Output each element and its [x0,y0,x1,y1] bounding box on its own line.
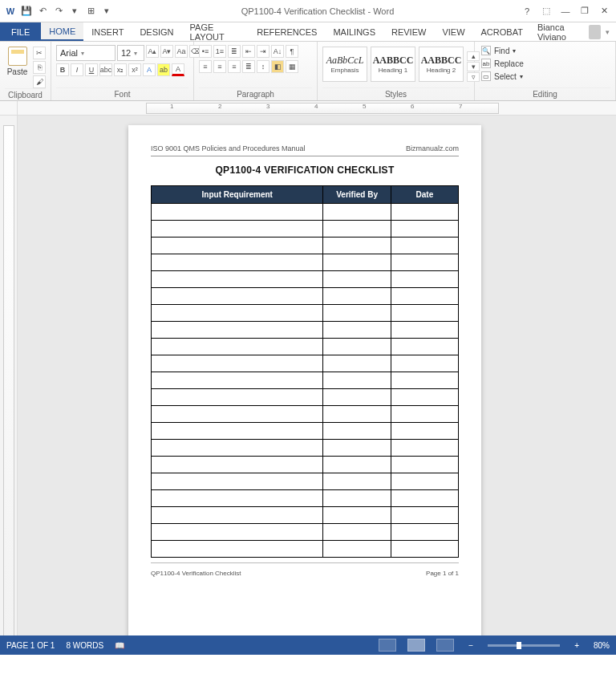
shrink-font-button[interactable]: A▾ [160,45,173,58]
table-row[interactable] [152,305,459,322]
horizontal-ruler[interactable]: 1 2 3 4 5 6 7 [18,101,616,115]
align-right-button[interactable]: ≡ [228,60,241,73]
undo-button[interactable]: ↶ [35,4,50,18]
qat-more-icon[interactable]: ▾ [67,4,82,18]
shading-button[interactable]: ◧ [271,60,284,73]
tab-mailings[interactable]: MAILINGS [325,22,383,41]
table-row[interactable] [152,355,459,372]
change-case-button[interactable]: Aa [175,45,188,58]
font-size-select[interactable]: 12▾ [117,45,144,61]
style-heading-1[interactable]: AABBCC Heading 1 [371,47,415,82]
justify-button[interactable]: ≣ [242,60,255,73]
view-web-layout[interactable] [436,639,454,652]
find-button[interactable]: 🔍Find▾ [480,45,525,56]
table-row[interactable] [152,406,459,423]
tab-home[interactable]: HOME [41,22,83,41]
minimize-button[interactable]: — [557,4,574,18]
bold-button[interactable]: B [56,63,69,76]
style-heading-2[interactable]: AABBCC Heading 2 [419,47,464,82]
save-button[interactable]: 💾 [19,4,34,18]
table-row[interactable] [152,221,459,238]
footer-left: QP1100-4 Verification Checklist [151,570,241,577]
restore-button[interactable]: ❐ [576,4,594,18]
redo-button[interactable]: ↷ [51,4,66,18]
style-emphasis[interactable]: AaBbCcL Emphasis [322,47,367,82]
underline-button[interactable]: U [85,63,98,76]
user-name[interactable]: Bianca Viviano [537,22,585,42]
paste-button[interactable]: Paste [5,43,30,76]
italic-button[interactable]: I [71,63,83,76]
tab-view[interactable]: VIEW [434,22,472,41]
table-row[interactable] [152,254,459,271]
select-button[interactable]: ▭Select▾ [480,71,525,82]
decrease-indent-button[interactable]: ⇤ [242,45,255,58]
zoom-in-button[interactable]: + [571,641,582,650]
word-app-icon[interactable]: W [3,4,18,18]
increase-indent-button[interactable]: ⇥ [257,45,270,58]
subscript-button[interactable]: x₂ [114,63,127,76]
cut-button[interactable]: ✂ [33,47,46,59]
tab-references[interactable]: REFERENCES [249,22,325,41]
view-print-layout[interactable] [407,639,425,652]
status-words[interactable]: 8 WORDS [66,641,103,650]
zoom-out-button[interactable]: − [465,641,476,650]
align-center-button[interactable]: ≡ [213,60,226,73]
document-page[interactable]: ISO 9001 QMS Policies and Procedures Man… [128,125,481,648]
table-row[interactable] [152,541,459,558]
tab-design[interactable]: DESIGN [132,22,181,41]
footer-right: Page 1 of 1 [426,570,459,577]
zoom-percent[interactable]: 80% [594,641,610,650]
table-row[interactable] [152,372,459,389]
verification-table[interactable]: Input Requirement Verified By Date [151,185,459,558]
copy-button[interactable]: ⎘ [33,61,46,74]
replace-button[interactable]: abReplace [480,58,525,69]
bullets-button[interactable]: •≡ [199,45,212,58]
highlight-button[interactable]: ab [157,63,170,76]
align-left-button[interactable]: ≡ [199,60,212,73]
superscript-button[interactable]: x² [128,63,141,76]
multilevel-button[interactable]: ≣ [228,45,241,58]
table-row[interactable] [152,423,459,440]
table-row[interactable] [152,490,459,507]
table-row[interactable] [152,507,459,524]
tab-page-layout[interactable]: PAGE LAYOUT [182,22,249,41]
font-color-button[interactable]: A [172,63,184,76]
table-row[interactable] [152,204,459,221]
format-painter-button[interactable]: 🖌 [33,75,46,88]
table-row[interactable] [152,440,459,457]
table-row[interactable] [152,389,459,406]
close-button[interactable]: ✕ [595,4,613,18]
table-row[interactable] [152,524,459,541]
status-page[interactable]: PAGE 1 OF 1 [6,641,55,650]
borders-button[interactable]: ▦ [286,60,298,73]
table-row[interactable] [152,271,459,288]
table-row[interactable] [152,457,459,473]
text-effects-button[interactable]: A [143,63,156,76]
user-avatar[interactable] [589,25,601,39]
table-row[interactable] [152,288,459,305]
table-row[interactable] [152,339,459,355]
show-marks-button[interactable]: ¶ [286,45,298,58]
sort-button[interactable]: A↓ [271,45,284,58]
line-spacing-button[interactable]: ↕ [257,60,270,73]
table-row[interactable] [152,238,459,254]
table-row[interactable] [152,473,459,490]
tab-file[interactable]: FILE [0,22,41,41]
tab-insert[interactable]: INSERT [83,22,132,41]
qat-customize-icon[interactable]: ▾ [99,4,114,18]
proofing-icon[interactable]: 📖 [115,641,124,650]
touch-mode-button[interactable]: ⊞ [83,4,98,18]
help-button[interactable]: ? [518,4,536,18]
table-row[interactable] [152,322,459,339]
font-name-select[interactable]: Arial▾ [56,45,116,61]
grow-font-button[interactable]: A▴ [146,45,159,58]
strikethrough-button[interactable]: abc [99,63,112,76]
vertical-ruler[interactable] [0,116,18,655]
numbering-button[interactable]: 1≡ [213,45,226,58]
ribbon-display-button[interactable]: ⬚ [537,4,555,18]
user-menu-icon[interactable]: ▾ [606,28,610,36]
zoom-slider[interactable] [488,644,560,647]
tab-acrobat[interactable]: ACROBAT [473,22,531,41]
view-read-mode[interactable] [379,639,396,652]
tab-review[interactable]: REVIEW [383,22,434,41]
